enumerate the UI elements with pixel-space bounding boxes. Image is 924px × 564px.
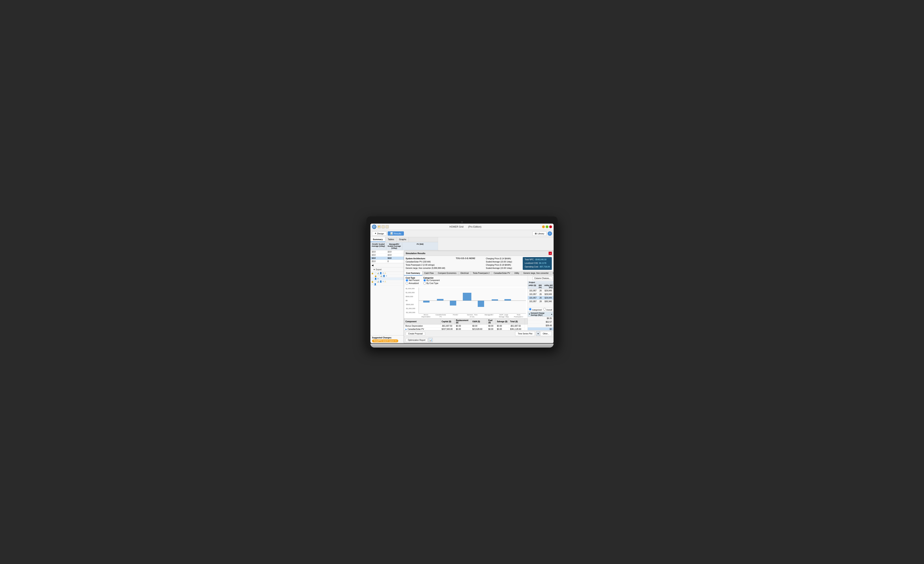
create-proposal-button[interactable]: Create Proposal [406,332,425,335]
results-row-1[interactable]: 101,957 26 $29,049 [528,289,554,293]
col-component: Component [404,319,441,325]
tab-compare-economics[interactable]: Compare Economics [436,271,459,275]
icon-doc-4[interactable]: 📄 [374,280,376,283]
col-total: Total ($) [509,319,525,325]
expand-canadian[interactable]: ▶ [405,328,407,330]
svg-point-2 [373,227,374,227]
display-toggle: Categorized Overall [528,307,554,312]
title-bar: 📂 HOMER Grid (Pro Edition) − □ × [370,224,554,230]
other-chevron[interactable]: ▼ [536,331,540,336]
icon-cross-4[interactable]: ✕ [382,280,384,283]
icon-lock[interactable]: 🔒 [371,272,374,274]
results-row-4[interactable]: 101,957 28 $30,340 [528,300,554,303]
table-row[interactable]: Bonus Depreciation -$61,687.50 $0.00 $0.… [404,325,528,328]
icon-doc-2[interactable]: 📄 [377,275,380,277]
results-row-3[interactable]: 101,957 26 $29,049 [528,296,554,300]
results-row-2[interactable]: 101,957 26 $29,049 [528,293,554,296]
opt-report-icon[interactable]: 📊 [428,338,433,342]
export-button[interactable]: ▼ Export [372,268,383,271]
categorized-radio[interactable] [529,308,531,310]
icon-cross-2[interactable]: ✕ [386,275,387,277]
cost-chart: $1,500,000 $1,000,000 $500,000 $0 -$500,… [404,286,528,318]
demand-row-2[interactable]: $52.57 [528,320,554,324]
help-button[interactable]: ? [548,232,552,236]
minimize-button[interactable]: − [542,226,545,228]
toolbar: ✦ Design 📊 Results 🏛 Library ? [370,230,554,237]
suggestion-badge[interactable]: TeslaPP2 search space m [372,339,398,342]
icon-warning[interactable]: ⚠ [384,272,386,274]
demand-row-4[interactable]: $0 [528,328,554,330]
icon-chart-4[interactable]: 📊 [377,280,379,283]
by-component-radio[interactable] [423,279,426,281]
icon-doc[interactable]: 📄 [374,272,376,274]
tab-utility[interactable]: Utility [512,271,521,275]
by-cost-type-radio[interactable] [423,282,426,284]
icon-user-4[interactable]: 👤 [380,280,382,283]
optimization-report-button[interactable]: Optimization Report [406,338,428,342]
sidebar-tabs: Summary Tables Graphs [370,237,438,242]
icon-lock-2[interactable]: 🔒 [374,275,377,277]
tab-canadian-solar[interactable]: CanadianSolar PV [492,271,512,275]
cost-controls: Cost Type Net Present [404,276,528,286]
tab-emissions[interactable]: Emissions [551,271,554,275]
tab-generic-converter[interactable]: Generic large, free converter [521,271,551,275]
modal-title: Simulation Results [406,252,425,254]
library-icon: 🏛 [535,232,537,235]
col-om: O&M ($) [471,319,487,325]
icon-save[interactable] [386,225,389,229]
icon-chart[interactable]: 📊 [377,272,379,274]
icon-chart-2[interactable]: 📊 [380,275,382,277]
results-button[interactable]: 📊 Results [388,232,404,236]
col-capital: Capital ($) [440,319,454,325]
icon-lock-4[interactable]: 🔒 [371,280,374,283]
table-row[interactable]: ▶ CanadianSolar PV $337,500.00 $0.00 $23… [404,328,528,331]
results-icon: 📊 [390,232,393,235]
scroll-left-icon[interactable]: ◀ [372,264,374,267]
tab-summary[interactable]: Summary [370,237,386,242]
cost-table: Component Capital ($) Replacement ($) O&… [404,318,528,330]
icon-user-3[interactable]: 👤 [374,278,377,280]
icon-doc-5[interactable]: 📄 [371,283,374,286]
results-right-panel: Column Choices... Project APEX ($) IRR (… [528,276,554,330]
simulation-modal: Simulation Results ✕ System Architecture… [404,251,554,343]
icon-user[interactable]: 👤 [380,272,382,274]
design-icon: ✦ [375,232,376,235]
icon-cross-3[interactable]: ✕ [377,278,379,280]
export-icon: ▼ [373,268,375,271]
svg-point-1 [374,226,375,227]
modal-close-button[interactable]: ✕ [549,252,552,255]
tab-cost-summary[interactable]: Cost Summary [404,271,422,275]
time-series-plot-button[interactable]: Time Series Plot [515,331,535,336]
app-logo [372,225,376,229]
icon-open[interactable]: 📂 [378,225,381,229]
close-button[interactable]: × [549,226,552,228]
column-choices-button[interactable]: Column Choices... [532,277,552,280]
bar-general-tou [463,293,471,301]
tab-tesla-powerpack[interactable]: Tesla Powerpack 2 [471,271,492,275]
demand-row-3[interactable]: $39.48 [528,324,554,328]
icon-user-2[interactable]: 👤 [383,275,385,277]
net-present-radio[interactable] [406,279,408,281]
categorize-group: By Component By Cost Type [423,279,440,284]
tab-cash-flow[interactable]: Cash Flow [422,271,436,275]
svg-point-3 [375,227,375,227]
project-label: Project [528,281,554,284]
demand-row-1[interactable]: $9.35 [528,317,554,320]
icon-new[interactable] [381,225,385,229]
tab-electrical[interactable]: Electrical [459,271,471,275]
annualized-radio[interactable] [406,282,408,284]
library-button[interactable]: 🏛 Library [532,232,546,236]
maximize-button[interactable]: □ [546,226,548,228]
tab-graphs[interactable]: Graphs [397,237,409,242]
col-fuel: Fuel ($) [487,319,496,325]
overall-radio[interactable] [543,308,546,310]
design-button[interactable]: ✦ Design [372,232,387,236]
icon-user-5[interactable]: 👤 [374,283,376,286]
system-info: System Architecture: CanadianSolar PV (1… [404,256,554,271]
tab-tables[interactable]: Tables [386,237,397,242]
icon-cross[interactable]: ✕ [382,272,384,274]
app-title: HOMER Grid (Pro Edition) [389,226,542,228]
icon-warning-4[interactable]: ⚠ [384,280,386,283]
other-button[interactable]: Other... [540,331,552,336]
managedev-col-header: ManagedEV Scaled Average (1/day) [386,243,402,250]
